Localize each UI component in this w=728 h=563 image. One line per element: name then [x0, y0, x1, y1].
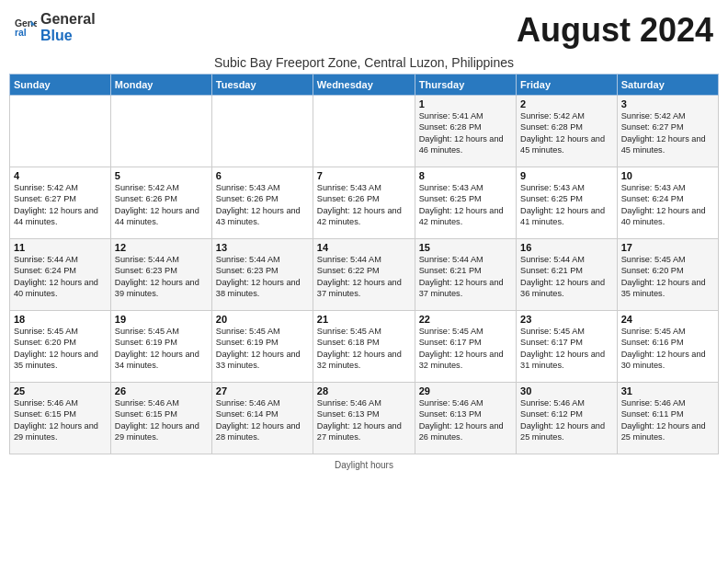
logo-text: General Blue	[40, 11, 96, 43]
day-number: 3	[621, 98, 714, 109]
day-number: 28	[317, 385, 411, 396]
day-content: Sunrise: 5:44 AMSunset: 6:21 PMDaylight:…	[419, 254, 512, 300]
calendar-cell: 19Sunrise: 5:45 AMSunset: 6:19 PMDayligh…	[110, 311, 211, 383]
day-content: Sunrise: 5:44 AMSunset: 6:21 PMDaylight:…	[520, 254, 613, 300]
day-number: 8	[419, 170, 512, 181]
day-number: 19	[115, 314, 208, 325]
calendar-cell: 14Sunrise: 5:44 AMSunset: 6:22 PMDayligh…	[313, 239, 415, 311]
day-content: Sunrise: 5:41 AMSunset: 6:28 PMDaylight:…	[419, 110, 512, 156]
calendar-cell	[10, 96, 111, 167]
calendar-cell: 16Sunrise: 5:44 AMSunset: 6:21 PMDayligh…	[517, 239, 618, 311]
day-number: 2	[520, 98, 613, 109]
day-number: 24	[621, 314, 714, 325]
day-content: Sunrise: 5:46 AMSunset: 6:14 PMDaylight:…	[216, 397, 309, 443]
day-number: 21	[317, 314, 411, 325]
day-content: Sunrise: 5:43 AMSunset: 6:25 PMDaylight:…	[419, 182, 512, 228]
day-number: 14	[317, 242, 411, 253]
day-number: 15	[419, 242, 512, 253]
day-number: 5	[115, 170, 208, 181]
day-number: 31	[621, 385, 714, 396]
page-header: Gene ral General Blue August 2024	[0, 0, 728, 55]
calendar-header-row: SundayMondayTuesdayWednesdayThursdayFrid…	[10, 75, 719, 96]
day-header-friday: Friday	[517, 75, 618, 96]
month-title: August 2024	[517, 11, 713, 50]
calendar-cell: 15Sunrise: 5:44 AMSunset: 6:21 PMDayligh…	[415, 239, 516, 311]
day-content: Sunrise: 5:43 AMSunset: 6:26 PMDaylight:…	[317, 182, 411, 228]
calendar-cell: 7Sunrise: 5:43 AMSunset: 6:26 PMDaylight…	[313, 167, 415, 239]
calendar-cell: 10Sunrise: 5:43 AMSunset: 6:24 PMDayligh…	[617, 167, 718, 239]
day-content: Sunrise: 5:42 AMSunset: 6:27 PMDaylight:…	[621, 110, 714, 156]
day-number: 10	[621, 170, 714, 181]
day-content: Sunrise: 5:44 AMSunset: 6:23 PMDaylight:…	[216, 254, 309, 300]
footer-note: Daylight hours	[0, 458, 728, 470]
calendar-cell: 21Sunrise: 5:45 AMSunset: 6:18 PMDayligh…	[313, 311, 415, 383]
calendar-cell: 4Sunrise: 5:42 AMSunset: 6:27 PMDaylight…	[10, 167, 111, 239]
day-header-sunday: Sunday	[10, 75, 111, 96]
day-number: 18	[14, 314, 107, 325]
calendar-cell: 22Sunrise: 5:45 AMSunset: 6:17 PMDayligh…	[415, 311, 516, 383]
day-content: Sunrise: 5:43 AMSunset: 6:24 PMDaylight:…	[621, 182, 714, 228]
calendar-cell: 6Sunrise: 5:43 AMSunset: 6:26 PMDaylight…	[211, 167, 313, 239]
calendar-cell: 20Sunrise: 5:45 AMSunset: 6:19 PMDayligh…	[211, 311, 313, 383]
day-content: Sunrise: 5:44 AMSunset: 6:23 PMDaylight:…	[115, 254, 208, 300]
calendar-cell: 13Sunrise: 5:44 AMSunset: 6:23 PMDayligh…	[211, 239, 313, 311]
day-content: Sunrise: 5:46 AMSunset: 6:15 PMDaylight:…	[115, 397, 208, 443]
subtitle: Subic Bay Freeport Zone, Central Luzon, …	[0, 55, 728, 70]
day-content: Sunrise: 5:45 AMSunset: 6:17 PMDaylight:…	[419, 326, 512, 372]
day-header-tuesday: Tuesday	[211, 75, 313, 96]
day-content: Sunrise: 5:46 AMSunset: 6:13 PMDaylight:…	[317, 397, 411, 443]
calendar-week-row: 18Sunrise: 5:45 AMSunset: 6:20 PMDayligh…	[10, 311, 719, 383]
calendar-cell: 2Sunrise: 5:42 AMSunset: 6:28 PMDaylight…	[517, 96, 618, 167]
calendar-cell: 26Sunrise: 5:46 AMSunset: 6:15 PMDayligh…	[110, 383, 211, 454]
svg-text:ral: ral	[15, 27, 27, 37]
day-content: Sunrise: 5:42 AMSunset: 6:27 PMDaylight:…	[14, 182, 107, 228]
calendar-table: SundayMondayTuesdayWednesdayThursdayFrid…	[9, 74, 719, 454]
logo-blue: Blue	[40, 28, 96, 44]
logo: Gene ral General Blue	[15, 11, 96, 43]
calendar-cell: 5Sunrise: 5:42 AMSunset: 6:26 PMDaylight…	[110, 167, 211, 239]
calendar-week-row: 4Sunrise: 5:42 AMSunset: 6:27 PMDaylight…	[10, 167, 719, 239]
day-content: Sunrise: 5:42 AMSunset: 6:26 PMDaylight:…	[115, 182, 208, 228]
day-number: 6	[216, 170, 309, 181]
calendar-cell: 3Sunrise: 5:42 AMSunset: 6:27 PMDaylight…	[617, 96, 718, 167]
day-header-wednesday: Wednesday	[313, 75, 415, 96]
day-header-saturday: Saturday	[617, 75, 718, 96]
calendar-cell: 30Sunrise: 5:46 AMSunset: 6:12 PMDayligh…	[517, 383, 618, 454]
day-number: 12	[115, 242, 208, 253]
calendar-cell	[313, 96, 415, 167]
day-content: Sunrise: 5:42 AMSunset: 6:28 PMDaylight:…	[520, 110, 613, 156]
logo-icon: Gene ral	[15, 17, 37, 39]
day-number: 29	[419, 385, 512, 396]
day-number: 11	[14, 242, 107, 253]
day-number: 17	[621, 242, 714, 253]
calendar-cell: 24Sunrise: 5:45 AMSunset: 6:16 PMDayligh…	[617, 311, 718, 383]
day-number: 16	[520, 242, 613, 253]
day-content: Sunrise: 5:45 AMSunset: 6:18 PMDaylight:…	[317, 326, 411, 372]
day-content: Sunrise: 5:45 AMSunset: 6:17 PMDaylight:…	[520, 326, 613, 372]
day-header-thursday: Thursday	[415, 75, 516, 96]
day-content: Sunrise: 5:45 AMSunset: 6:20 PMDaylight:…	[621, 254, 714, 300]
calendar-cell: 27Sunrise: 5:46 AMSunset: 6:14 PMDayligh…	[211, 383, 313, 454]
day-number: 27	[216, 385, 309, 396]
calendar-cell: 11Sunrise: 5:44 AMSunset: 6:24 PMDayligh…	[10, 239, 111, 311]
calendar-week-row: 1Sunrise: 5:41 AMSunset: 6:28 PMDaylight…	[10, 96, 719, 167]
day-content: Sunrise: 5:45 AMSunset: 6:16 PMDaylight:…	[621, 326, 714, 372]
day-content: Sunrise: 5:43 AMSunset: 6:25 PMDaylight:…	[520, 182, 613, 228]
day-number: 25	[14, 385, 107, 396]
day-number: 7	[317, 170, 411, 181]
calendar-cell: 12Sunrise: 5:44 AMSunset: 6:23 PMDayligh…	[110, 239, 211, 311]
calendar-cell: 25Sunrise: 5:46 AMSunset: 6:15 PMDayligh…	[10, 383, 111, 454]
day-content: Sunrise: 5:45 AMSunset: 6:20 PMDaylight:…	[14, 326, 107, 372]
day-content: Sunrise: 5:44 AMSunset: 6:22 PMDaylight:…	[317, 254, 411, 300]
day-content: Sunrise: 5:46 AMSunset: 6:11 PMDaylight:…	[621, 397, 714, 443]
day-number: 13	[216, 242, 309, 253]
calendar-cell: 17Sunrise: 5:45 AMSunset: 6:20 PMDayligh…	[617, 239, 718, 311]
day-content: Sunrise: 5:46 AMSunset: 6:15 PMDaylight:…	[14, 397, 107, 443]
calendar-cell: 31Sunrise: 5:46 AMSunset: 6:11 PMDayligh…	[617, 383, 718, 454]
calendar-cell	[211, 96, 313, 167]
day-content: Sunrise: 5:44 AMSunset: 6:24 PMDaylight:…	[14, 254, 107, 300]
day-number: 20	[216, 314, 309, 325]
day-number: 22	[419, 314, 512, 325]
day-number: 4	[14, 170, 107, 181]
day-header-monday: Monday	[110, 75, 211, 96]
